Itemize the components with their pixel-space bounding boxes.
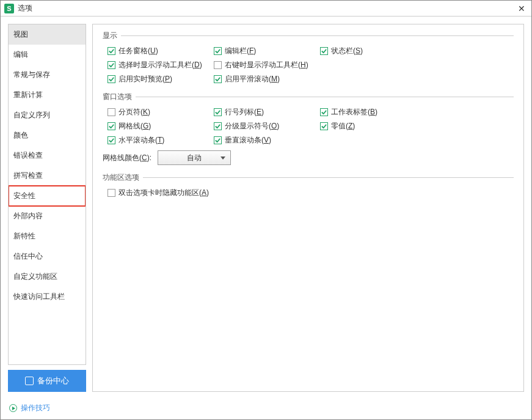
- gridline-color-row: 网格线颜色(C): 自动: [103, 150, 514, 165]
- options-content: 显示 任务窗格(U) 编辑栏(F) 状态栏(S) 选择时显示浮动工具栏(D) 右…: [92, 24, 524, 392]
- sidebar-item-label: 快速访问工具栏: [13, 292, 65, 301]
- chk-gridlines[interactable]: 网格线(G): [107, 121, 211, 131]
- chk-sheet-tabs[interactable]: 工作表标签(B): [320, 107, 424, 117]
- window-title: 选项: [18, 3, 516, 13]
- chk-dblclick-hide-ribbon[interactable]: 双击选项卡时隐藏功能区(A): [107, 188, 514, 198]
- sidebar-item-edit[interactable]: 编辑: [9, 45, 86, 65]
- sidebar-item-label: 常规与保存: [13, 70, 50, 79]
- chk-smooth-scroll[interactable]: 启用平滑滚动(M): [214, 74, 318, 84]
- chk-task-pane[interactable]: 任务窗格(U): [107, 46, 211, 56]
- chk-live-preview[interactable]: 启用实时预览(P): [107, 74, 211, 84]
- tips-link[interactable]: 操作技巧: [1, 399, 531, 419]
- group-ribbon-options: 功能区选项 双击选项卡时隐藏功能区(A): [103, 172, 514, 198]
- sidebar-item-label: 自定义序列: [13, 111, 50, 119]
- app-icon: S: [4, 4, 14, 13]
- sidebar-item-quick-access[interactable]: 快速访问工具栏: [9, 287, 86, 307]
- sidebar-item-general-save[interactable]: 常规与保存: [9, 65, 86, 85]
- chk-hscrollbar[interactable]: 水平滚动条(T): [107, 135, 211, 146]
- chk-float-toolbar-rightclick[interactable]: 右键时显示浮动工具栏(H): [214, 60, 318, 70]
- sidebar-item-label: 新特性: [13, 232, 35, 240]
- sidebar-item-label: 编辑: [13, 50, 28, 59]
- sidebar-item-trust-center[interactable]: 信任中心: [9, 246, 86, 267]
- sidebar-item-recalc[interactable]: 重新计算: [9, 85, 86, 105]
- group-title-window: 窗口选项: [103, 92, 514, 102]
- main-area: 视图 编辑 常规与保存 重新计算 自定义序列 颜色 错误检查 拼写检查 安全性 …: [1, 17, 531, 399]
- sidebar-item-label: 安全性: [13, 191, 35, 200]
- sidebar-item-label: 错误检查: [13, 151, 43, 160]
- sidebar-item-new-features[interactable]: 新特性: [9, 226, 86, 246]
- ribbon-grid: 双击选项卡时隐藏功能区(A): [103, 188, 514, 198]
- sidebar-item-color[interactable]: 颜色: [9, 125, 86, 146]
- sidebar-item-label: 视图: [13, 30, 28, 39]
- sidebar-item-label: 外部内容: [13, 212, 43, 220]
- sidebar-item-label: 信任中心: [13, 252, 43, 260]
- chk-status-bar[interactable]: 状态栏(S): [320, 46, 424, 56]
- group-window-options: 窗口选项 分页符(K) 行号列标(E) 工作表标签(B) 网格线(G) 分级显示…: [103, 92, 514, 165]
- sidebar-column: 视图 编辑 常规与保存 重新计算 自定义序列 颜色 错误检查 拼写检查 安全性 …: [8, 24, 86, 392]
- tips-label: 操作技巧: [21, 403, 50, 413]
- sidebar-item-label: 自定义功能区: [13, 272, 57, 281]
- backup-center-button[interactable]: 备份中心: [8, 370, 86, 392]
- group-title-ribbon: 功能区选项: [103, 172, 514, 183]
- titlebar: S 选项 ✕: [1, 1, 531, 17]
- chk-vscrollbar[interactable]: 垂直滚动条(V): [214, 135, 318, 146]
- chk-edit-bar[interactable]: 编辑栏(F): [214, 46, 318, 56]
- gridline-color-select[interactable]: 自动: [158, 150, 231, 165]
- sidebar: 视图 编辑 常规与保存 重新计算 自定义序列 颜色 错误检查 拼写检查 安全性 …: [8, 24, 86, 365]
- sidebar-item-security[interactable]: 安全性: [9, 186, 86, 206]
- sidebar-item-view[interactable]: 视图: [9, 24, 86, 45]
- gridline-color-label: 网格线颜色(C):: [103, 153, 151, 163]
- play-icon: [9, 404, 17, 412]
- backup-icon: [25, 377, 34, 385]
- group-display: 显示 任务窗格(U) 编辑栏(F) 状态栏(S) 选择时显示浮动工具栏(D) 右…: [103, 31, 514, 84]
- chk-outline-symbols[interactable]: 分级显示符号(O): [214, 121, 318, 131]
- sidebar-item-custom-ribbon[interactable]: 自定义功能区: [9, 267, 86, 287]
- chk-float-toolbar-select[interactable]: 选择时显示浮动工具栏(D): [107, 60, 211, 70]
- sidebar-item-spellcheck[interactable]: 拼写检查: [9, 166, 86, 186]
- backup-label: 备份中心: [37, 375, 69, 386]
- close-button[interactable]: ✕: [516, 2, 528, 15]
- window-grid: 分页符(K) 行号列标(E) 工作表标签(B) 网格线(G) 分级显示符号(O)…: [103, 107, 514, 146]
- display-grid: 任务窗格(U) 编辑栏(F) 状态栏(S) 选择时显示浮动工具栏(D) 右键时显…: [103, 46, 514, 84]
- chk-zero-values[interactable]: 零值(Z): [320, 121, 424, 131]
- gridline-color-value: 自动: [187, 153, 202, 163]
- sidebar-item-label: 重新计算: [13, 90, 43, 99]
- sidebar-item-custom-lists[interactable]: 自定义序列: [9, 105, 86, 125]
- chk-row-col-headers[interactable]: 行号列标(E): [214, 107, 318, 117]
- chk-page-break[interactable]: 分页符(K): [107, 107, 211, 117]
- sidebar-item-label: 颜色: [13, 131, 28, 139]
- sidebar-item-label: 拼写检查: [13, 171, 43, 180]
- group-title-display: 显示: [103, 31, 514, 41]
- sidebar-item-external-content[interactable]: 外部内容: [9, 206, 86, 226]
- sidebar-item-error-check[interactable]: 错误检查: [9, 146, 86, 166]
